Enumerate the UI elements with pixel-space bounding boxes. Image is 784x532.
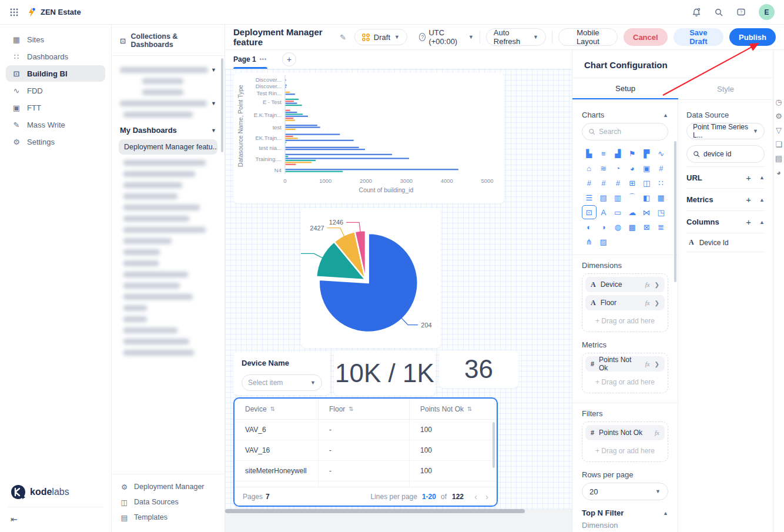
metric-widget-primary[interactable]: 10K / 1K [334, 350, 435, 396]
rows-per-page-select[interactable]: 20 ▼ [582, 483, 668, 500]
column-header-points-not-ok[interactable]: Points Not Ok⇅ [410, 399, 497, 419]
column-chart-icon[interactable]: ▛ [639, 146, 654, 160]
card-widget-icon[interactable]: ⊡ [582, 205, 597, 219]
pie-chart-widget[interactable]: 20424271246 [301, 208, 441, 348]
weather-icon[interactable]: ☁ [625, 205, 640, 219]
chevron-up-icon[interactable]: ▲ [759, 197, 765, 203]
gauge-half-icon[interactable]: ◐ [582, 220, 597, 234]
charts-search-input[interactable] [599, 128, 662, 136]
blurred-collection-item[interactable] [123, 112, 216, 118]
blurred-collection-item[interactable] [142, 89, 216, 95]
section-columns[interactable]: Columns+▲ [686, 211, 765, 233]
status-select[interactable]: Draft ▼ [354, 29, 407, 45]
footer-item-templates[interactable]: ▤Templates [120, 510, 216, 525]
list-lines-icon[interactable]: ≣ [654, 220, 669, 234]
layout-icon[interactable]: ◧ [639, 190, 654, 205]
palette-icon[interactable]: ◕ [776, 169, 781, 176]
mobile-layout-button[interactable]: Mobile Layout [558, 28, 618, 46]
add-page-button[interactable]: + [282, 52, 296, 66]
next-page-icon[interactable]: › [485, 491, 488, 501]
formula-icon[interactable]: fx [645, 299, 650, 306]
help-chat-icon[interactable]: ? [736, 8, 746, 17]
blurred-dashboard-item[interactable] [123, 205, 216, 210]
metrics-dropzone[interactable]: + Drag or add here [585, 374, 665, 390]
tab-style[interactable]: Style [678, 78, 773, 99]
chevron-up-icon[interactable]: ▲ [759, 175, 765, 180]
add-icon[interactable]: + [746, 217, 751, 227]
tab-setup[interactable]: Setup [572, 78, 678, 99]
table-scrollbar[interactable] [492, 422, 495, 468]
formula-icon[interactable]: fx [655, 429, 659, 436]
text-icon[interactable]: A [597, 205, 611, 219]
blurred-dashboard-item[interactable] [123, 294, 216, 300]
cancel-button[interactable]: Cancel [624, 28, 668, 46]
pages-icon[interactable]: ❏ [775, 140, 782, 148]
chart-box-icon[interactable]: ▤ [597, 190, 611, 205]
app-grid-icon[interactable] [9, 8, 19, 17]
table-row[interactable]: siteMeterHoneywell-100 [234, 461, 497, 481]
flag-chart-icon[interactable]: ⚑ [625, 146, 640, 160]
blurred-dashboard-item[interactable] [123, 216, 216, 222]
edit-title-icon[interactable]: ✎ [340, 33, 346, 42]
blurred-dashboard-item[interactable] [123, 305, 216, 311]
blurred-dashboard-item[interactable] [123, 339, 216, 344]
chevron-up-icon[interactable]: ▲ [759, 219, 765, 225]
footer-item-data-sources[interactable]: ◫Data Sources [120, 494, 216, 510]
sidebar-item-building-bi[interactable]: ⊡Building BI [6, 65, 105, 82]
histogram-icon[interactable]: ▟ [611, 146, 625, 160]
dashboard-item-selected[interactable]: Deployment Manager featu... [119, 139, 217, 155]
value-card-icon[interactable]: ▭ [611, 205, 625, 219]
donut-chart-icon[interactable]: ◕ [625, 161, 640, 175]
blurred-dashboard-item[interactable] [123, 193, 216, 199]
chevron-right-icon[interactable]: ❯ [655, 300, 659, 306]
sidebar-item-dashboards[interactable]: ∷Dashboards [6, 48, 105, 65]
blurred-dashboard-item[interactable] [123, 182, 216, 188]
prev-page-icon[interactable]: ‹ [474, 491, 477, 501]
sidebar-item-ftt[interactable]: ▣FTT [6, 99, 105, 116]
blurred-dashboard-item[interactable] [123, 283, 216, 289]
sidebar-item-fdd[interactable]: ∿FDD [6, 82, 105, 99]
publish-button[interactable]: Publish [729, 28, 776, 46]
setup-scrollbar[interactable] [674, 141, 676, 282]
bars-horizontal-icon[interactable]: ≡ [597, 146, 611, 160]
device-name-filter-widget[interactable]: Device Name Select item ▼ [233, 352, 330, 395]
section-url[interactable]: URL+▲ [686, 166, 765, 189]
box-chart-icon[interactable]: ▥ [611, 190, 625, 205]
add-icon[interactable]: + [746, 195, 751, 205]
number-trend-icon[interactable]: # [582, 176, 597, 190]
brand[interactable]: ZEN Estate [27, 8, 81, 17]
formula-icon[interactable]: fx [645, 360, 650, 367]
flow-icon[interactable]: ⋔ [582, 235, 597, 249]
column-header-device[interactable]: Device⇅ [234, 399, 319, 419]
history-icon[interactable]: ◷ [775, 98, 782, 106]
area-chart-icon[interactable]: ≋ [597, 161, 611, 175]
number-gear-icon[interactable]: # [597, 176, 611, 190]
table-row[interactable]: VAV_16-100 [234, 440, 497, 461]
scatter-icon[interactable]: ∷ [654, 176, 669, 190]
book-icon[interactable]: ▤ [775, 155, 782, 162]
box-x-icon[interactable]: ⊠ [639, 220, 654, 234]
page-tab-menu-icon[interactable]: ••• [260, 56, 267, 62]
my-dashboards-header[interactable]: My Dashboards ▼ [120, 126, 216, 135]
sort-icon[interactable]: ⇅ [349, 406, 353, 412]
blurred-dashboard-item[interactable] [123, 316, 216, 322]
top-n-filter-header[interactable]: Top N Filter ▲ [582, 508, 668, 517]
bar-chart-widget[interactable]: Discover...Discover...Test Rin...E - Tes… [233, 73, 504, 203]
table-icon[interactable]: ⊞ [625, 176, 640, 190]
blurred-dashboard-item[interactable] [123, 260, 216, 266]
search-icon[interactable] [714, 8, 723, 17]
filters-dropzone[interactable]: + Drag or add here [585, 443, 665, 459]
pie-chart-icon[interactable]: ◔ [611, 161, 625, 175]
blurred-dashboard-item[interactable] [123, 171, 216, 177]
line-chart-icon[interactable]: ∿ [654, 146, 669, 160]
ranking-icon[interactable]: ⋈ [639, 205, 654, 219]
filter-icon[interactable]: ▽ [776, 126, 782, 134]
field-chip-points-not-ok[interactable]: #Points Not Okfx❯ [585, 356, 665, 372]
metric-widget-secondary[interactable]: 36 [439, 350, 518, 388]
gauge-icon[interactable]: ⌒ [625, 190, 640, 205]
blurred-dashboard-item[interactable] [123, 238, 216, 244]
number-flow-icon[interactable]: # [611, 176, 625, 190]
blurred-dashboard-item[interactable] [123, 227, 216, 233]
device-name-select[interactable]: Select item ▼ [242, 374, 322, 391]
chevron-right-icon[interactable]: ❯ [655, 361, 659, 367]
